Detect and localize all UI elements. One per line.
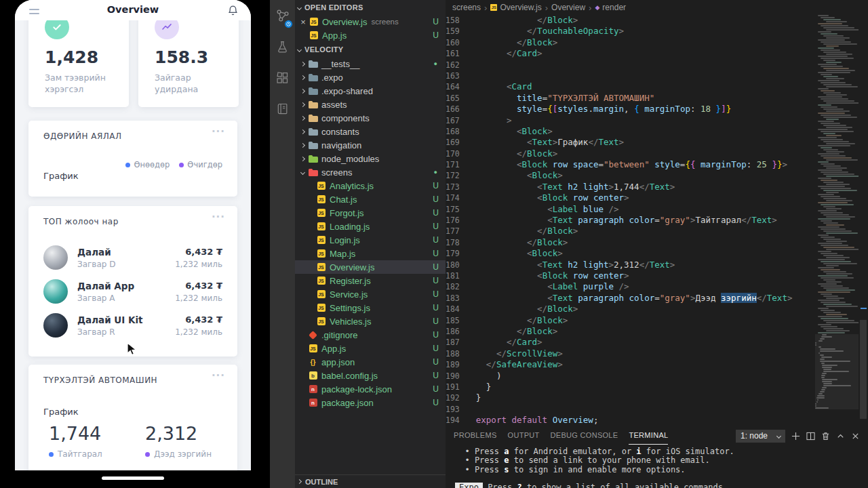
close-panel-button[interactable] bbox=[851, 432, 860, 441]
breadcrumb-item[interactable]: JSOverview.js bbox=[490, 3, 541, 12]
code-line[interactable]: 167 > bbox=[446, 115, 868, 126]
code-line[interactable]: 158 </Block> bbox=[446, 15, 868, 26]
driver-row[interactable]: Далай UI KitЗагвар R6,432 ₮1,232 миль bbox=[28, 309, 237, 343]
breadcrumb-item[interactable]: Overview bbox=[551, 3, 585, 12]
tree-item-screens[interactable]: screens● bbox=[295, 165, 446, 179]
code-line[interactable]: 174 <Block row center> bbox=[446, 192, 868, 203]
code-line[interactable]: 178 </Block> bbox=[446, 237, 868, 248]
code-line[interactable]: 185 </Block> bbox=[446, 315, 868, 326]
code-line[interactable]: 183 <Text paragraph color="gray">Дээд зэ… bbox=[446, 293, 868, 304]
minimap-viewport[interactable] bbox=[815, 334, 859, 409]
activity-icon-test-beaker[interactable] bbox=[270, 31, 295, 62]
code-line[interactable]: 166 style={[styles.margin, { marginTop: … bbox=[446, 104, 868, 115]
tree-item-.expo[interactable]: .expo bbox=[295, 70, 446, 84]
code-line[interactable]: 192} bbox=[446, 392, 868, 403]
split-terminal-button[interactable] bbox=[806, 432, 815, 441]
code-line[interactable]: 173 <Text h2 light>1,744</Text> bbox=[446, 182, 868, 192]
code-line[interactable]: 161 </Card> bbox=[446, 48, 868, 59]
more-menu-icon[interactable]: ... bbox=[212, 123, 225, 135]
code-line[interactable]: 162 bbox=[446, 60, 868, 70]
code-line[interactable]: 189 </SafeAreaView> bbox=[446, 359, 868, 370]
bell-icon[interactable] bbox=[227, 5, 239, 16]
code-line[interactable]: 160 </Block> bbox=[446, 37, 868, 48]
code-line[interactable]: 177 </Block> bbox=[446, 226, 868, 237]
tree-item-Forgot.js[interactable]: JSForgot.jsU bbox=[295, 206, 446, 220]
code-line[interactable]: 159 </TouchableOpacity> bbox=[446, 26, 868, 37]
tree-item-babel.config.js[interactable]: bbabel.config.jsU bbox=[295, 369, 446, 382]
maximize-panel-button[interactable] bbox=[836, 432, 845, 441]
activity-icon-book[interactable] bbox=[270, 94, 295, 125]
tree-item-Login.js[interactable]: JSLogin.jsU bbox=[295, 233, 446, 247]
tree-item-package-lock.json[interactable]: npackage-lock.jsonU bbox=[295, 382, 446, 396]
panel-tab-debug-console[interactable]: DEBUG CONSOLE bbox=[551, 427, 618, 445]
panel-tab-output[interactable]: OUTPUT bbox=[508, 427, 540, 445]
more-menu-icon[interactable]: ... bbox=[212, 367, 225, 379]
code-line[interactable]: 164 <Card bbox=[446, 81, 868, 92]
scrollbar-thumb[interactable] bbox=[860, 320, 867, 419]
project-header[interactable]: VELOCITY bbox=[295, 42, 446, 57]
tree-item-constants[interactable]: constants bbox=[295, 125, 446, 138]
code-line[interactable]: 168 <Block> bbox=[446, 126, 868, 137]
tree-item-Settings.js[interactable]: JSSettings.jsU bbox=[295, 301, 446, 314]
tree-item-Map.js[interactable]: JSMap.jsU bbox=[295, 247, 446, 260]
code-line[interactable]: 193 bbox=[446, 404, 868, 415]
code-editor[interactable]: 158 </Block>159 </TouchableOpacity>160 <… bbox=[446, 15, 868, 427]
terminal-output[interactable]: • Press a for Android emulator, or i for… bbox=[446, 445, 868, 488]
code-line[interactable]: 190 ) bbox=[446, 371, 868, 382]
activity-icon-project[interactable] bbox=[270, 0, 295, 31]
code-line[interactable]: 172 <Block> bbox=[446, 170, 868, 181]
tree-item-.gitignore[interactable]: .gitignoreU bbox=[295, 328, 446, 342]
kill-terminal-button[interactable] bbox=[821, 432, 830, 441]
close-icon[interactable]: × bbox=[298, 17, 308, 27]
new-terminal-button[interactable] bbox=[791, 432, 800, 441]
tree-item-navigation[interactable]: navigation bbox=[295, 138, 446, 152]
minimap[interactable] bbox=[815, 15, 859, 427]
open-editor-item[interactable]: ×JSOverview.jsscreensU bbox=[295, 15, 446, 28]
editor-scrollbar[interactable] bbox=[859, 15, 868, 427]
tree-item-.expo-shared[interactable]: .expo-shared bbox=[295, 84, 446, 98]
code-line[interactable]: 169 <Text>График</Text> bbox=[446, 137, 868, 148]
code-line[interactable]: 191 } bbox=[446, 382, 868, 392]
terminal-shell-select[interactable]: 1: node bbox=[736, 430, 785, 443]
driver-row[interactable]: ДалайЗагвар D6,432 ₮1,232 миль bbox=[28, 241, 237, 275]
code-line[interactable]: 170 </Block> bbox=[446, 148, 868, 159]
code-line[interactable]: 187 </Card> bbox=[446, 337, 868, 348]
code-line[interactable]: 176 <Text paragraph color="gray">Тайтгар… bbox=[446, 215, 868, 226]
tree-item-app.json[interactable]: {}app.jsonU bbox=[295, 355, 446, 369]
tree-item-Service.js[interactable]: JSService.jsU bbox=[295, 287, 446, 301]
code-line[interactable]: 175 <Label blue /> bbox=[446, 204, 868, 215]
code-line[interactable]: 165 title="ТҮРХЭЛТЭЙ АВТОМАШИН" bbox=[446, 93, 868, 104]
code-line[interactable]: 179 <Block> bbox=[446, 248, 868, 259]
code-line[interactable]: 182 <Label purple /> bbox=[446, 281, 868, 292]
tree-item-package.json[interactable]: npackage.jsonU bbox=[295, 396, 446, 409]
code-line[interactable]: 163 bbox=[446, 70, 868, 81]
tree-item-Overview.js[interactable]: JSOverview.jsU bbox=[295, 260, 446, 274]
outline-header[interactable]: OUTLINE bbox=[295, 474, 446, 488]
tree-item-assets[interactable]: assets bbox=[295, 98, 446, 111]
tree-item-components[interactable]: components bbox=[295, 111, 446, 125]
panel-tab-problems[interactable]: PROBLEMS bbox=[454, 427, 497, 445]
tree-item-Analytics.js[interactable]: JSAnalytics.jsU bbox=[295, 179, 446, 192]
panel-tab-terminal[interactable]: TERMINAL bbox=[629, 427, 668, 445]
home-indicator[interactable] bbox=[102, 476, 164, 480]
open-editor-item[interactable]: JSApp.jsU bbox=[295, 28, 446, 42]
code-line[interactable]: 181 <Block row center> bbox=[446, 270, 868, 281]
tree-item-Register.js[interactable]: JSRegister.jsU bbox=[295, 274, 446, 287]
breadcrumb-item[interactable]: screens bbox=[452, 3, 481, 12]
code-line[interactable]: 184 </Block> bbox=[446, 304, 868, 314]
breadcrumb-item[interactable]: ◆render bbox=[595, 3, 626, 12]
tree-item-Vehicles.js[interactable]: JSVehicles.jsU bbox=[295, 314, 446, 328]
more-menu-icon[interactable]: ... bbox=[212, 208, 225, 220]
code-line[interactable]: 171 <Block row space="between" style={{ … bbox=[446, 159, 868, 170]
code-line[interactable]: 194export default Overview; bbox=[446, 415, 868, 426]
code-line[interactable]: 188 </ScrollView> bbox=[446, 348, 868, 359]
driver-row[interactable]: Далай AppЗагвар A6,432 ₮1,232 миль bbox=[28, 275, 237, 309]
tree-item-__tests__[interactable]: __tests__● bbox=[295, 57, 446, 70]
tree-item-Loading.js[interactable]: JSLoading.jsU bbox=[295, 220, 446, 233]
open-editors-header[interactable]: OPEN EDITORS bbox=[295, 0, 446, 15]
code-line[interactable]: 180 <Text h2 light>2,312</Text> bbox=[446, 260, 868, 270]
tree-item-App.js[interactable]: JSApp.jsU bbox=[295, 342, 446, 355]
code-line[interactable]: 186 </Block> bbox=[446, 326, 868, 337]
tree-item-node_modules[interactable]: node_modules bbox=[295, 152, 446, 165]
activity-icon-extensions[interactable] bbox=[270, 62, 295, 94]
